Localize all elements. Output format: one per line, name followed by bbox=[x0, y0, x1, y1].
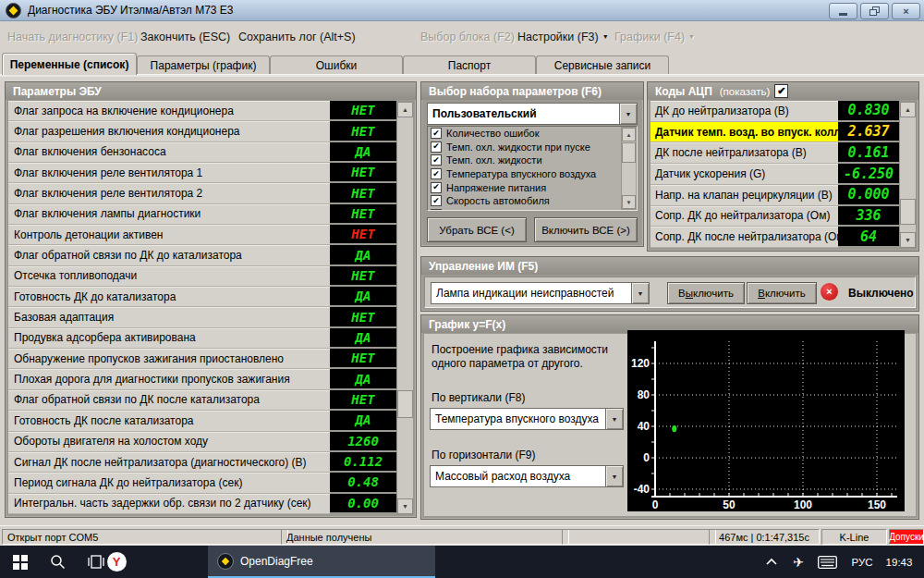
table-row[interactable]: Контроль детонации активенНЕТ bbox=[8, 225, 396, 245]
table-row[interactable]: Период сигнала ДК до нейтрализатора (сек… bbox=[8, 473, 396, 493]
list-item[interactable]: ✔Темп. охл. жидкости bbox=[428, 154, 637, 167]
actuator-dropdown[interactable]: Лампа индикации неисправностей ▼ bbox=[431, 282, 650, 304]
scrollbar-thumb[interactable] bbox=[397, 390, 413, 418]
table-row[interactable]: Сопр. ДК после нейтрализатора (Ом)64 bbox=[650, 227, 899, 248]
horizontal-param-dropdown[interactable]: Массовый расход воздуха ▼ bbox=[430, 465, 624, 487]
table-row[interactable]: Сопр. ДК до нейтрализатора (Ом)336 bbox=[650, 206, 899, 228]
scrollbar[interactable]: ▲ ▼ bbox=[396, 101, 414, 515]
table-row[interactable]: Готовность ДК после катализатораДА bbox=[8, 411, 396, 431]
svg-text:0: 0 bbox=[652, 498, 659, 511]
table-row[interactable]: ДК до нейтрализатора (В)0.830 bbox=[650, 101, 899, 122]
scrollbar[interactable]: ▲ ▼ bbox=[899, 101, 917, 249]
restore-button[interactable] bbox=[860, 3, 889, 19]
table-row[interactable]: Флаг включения реле вентилятора 2НЕТ bbox=[8, 183, 396, 203]
turn-on-button[interactable]: Включить bbox=[747, 282, 817, 304]
minimize-button[interactable] bbox=[829, 3, 857, 19]
menu-start-diagnostics[interactable]: Начать диагностику (F1) bbox=[7, 31, 138, 43]
checkbox-checked-icon[interactable]: ✔ bbox=[431, 209, 442, 211]
scroll-down-button[interactable]: ▼ bbox=[900, 232, 916, 248]
tab-variables-list[interactable]: Переменные (список) bbox=[2, 53, 137, 75]
language-indicator[interactable]: РУС bbox=[845, 546, 880, 578]
table-row[interactable]: Плохая дорога для диагностики пропусков … bbox=[8, 369, 396, 389]
yandex-icon: Y bbox=[107, 552, 127, 572]
scroll-up-button[interactable]: ▲ bbox=[397, 102, 413, 117]
table-row[interactable]: Интегральн. часть задержки обр. связи по… bbox=[8, 494, 396, 514]
table-row[interactable]: Флаг обратной связи по ДК до катализатор… bbox=[8, 245, 396, 265]
chevron-down-icon[interactable]: ▼ bbox=[631, 283, 649, 303]
table-row[interactable]: Базовая адаптацияНЕТ bbox=[8, 307, 396, 327]
table-row[interactable]: Флаг включения бензонасосаДА bbox=[8, 142, 396, 163]
adc-list: ДК до нейтрализатора (В)0.830 Датчик тем… bbox=[650, 101, 899, 248]
param-value-display: ДА bbox=[330, 369, 396, 387]
table-row[interactable]: Обороты двигателя на холостом ходу1260 bbox=[8, 432, 396, 452]
table-row[interactable]: Напр. на клапан рециркуляции (В)0.000 bbox=[650, 185, 899, 206]
remove-all-button[interactable]: Убрать ВСЕ (<) bbox=[427, 217, 527, 242]
table-row[interactable]: Датчик ускорения (G)-6.250 bbox=[650, 164, 899, 185]
clock[interactable]: 19:43 bbox=[878, 546, 920, 578]
search-button[interactable] bbox=[39, 546, 76, 578]
chevron-up-icon bbox=[765, 557, 778, 567]
scroll-down-button[interactable]: ▼ bbox=[397, 498, 413, 514]
touch-keyboard-button[interactable] bbox=[811, 546, 843, 578]
scroll-down-button[interactable]: ▼ bbox=[622, 195, 636, 209]
tray-expand-button[interactable] bbox=[758, 546, 785, 578]
tab-passport[interactable]: Паспорт bbox=[403, 55, 536, 74]
table-row[interactable]: ДК после нейтрализатора (В)0.161 bbox=[650, 142, 899, 164]
checkbox-checked-icon[interactable]: ✔ bbox=[431, 168, 442, 179]
checkbox-checked-icon[interactable]: ✔ bbox=[431, 154, 442, 166]
menu-settings[interactable]: Настройки (F3)▼ bbox=[517, 31, 609, 43]
show-checkbox-checked-icon[interactable]: ✔ bbox=[774, 84, 788, 98]
tab-parameters-graph[interactable]: Параметры (график) bbox=[137, 55, 270, 74]
list-item[interactable]: ✔Напряжение питания bbox=[428, 180, 637, 194]
checkbox-checked-icon[interactable]: ✔ bbox=[431, 195, 442, 206]
scrollbar-thumb[interactable] bbox=[900, 199, 916, 225]
table-row[interactable]: Обнаружение пропусков зажигания приостан… bbox=[8, 349, 396, 369]
close-icon: × bbox=[903, 6, 908, 17]
checkbox-checked-icon[interactable]: ✔ bbox=[431, 141, 442, 153]
table-row[interactable]: Флаг включения реле вентилятора 1НЕТ bbox=[8, 163, 396, 183]
table-row[interactable]: Сигнал ДК после нейтрализатора (диагност… bbox=[8, 452, 396, 473]
airplane-mode-button[interactable]: ✈ bbox=[785, 546, 811, 578]
checkbox-checked-icon[interactable]: ✔ bbox=[431, 182, 442, 193]
menu-finish[interactable]: Закончить (ESC) bbox=[140, 31, 230, 43]
chevron-down-icon[interactable]: ▼ bbox=[605, 409, 623, 429]
table-row[interactable]: Готовность ДК до катализатораДА bbox=[8, 287, 396, 307]
table-row[interactable]: Флаг обратной связи по ДК после катализа… bbox=[8, 390, 396, 411]
turn-off-button[interactable]: Выключить bbox=[667, 282, 745, 304]
checkbox-checked-icon[interactable]: ✔ bbox=[431, 128, 442, 139]
list-item[interactable]: ✔Температура впускного воздуха bbox=[428, 167, 637, 181]
minimize-icon bbox=[839, 13, 847, 16]
menu-graphs[interactable]: Графики (F4)▼ bbox=[614, 31, 695, 43]
table-row[interactable]: Флаг включения лампы диагностикиНЕТ bbox=[8, 204, 396, 225]
menu-select-block[interactable]: Выбор блока (F2) bbox=[420, 31, 515, 43]
tab-service-records[interactable]: Сервисные записи bbox=[536, 55, 669, 74]
table-row[interactable]: Флаг запроса на включение кондиционераНЕ… bbox=[8, 101, 396, 121]
tab-errors[interactable]: Ошибки bbox=[270, 55, 403, 74]
scrollbar-thumb[interactable] bbox=[622, 142, 636, 163]
start-button[interactable] bbox=[2, 546, 39, 578]
table-row[interactable]: Отсечка топливоподачиНЕТ bbox=[8, 266, 396, 287]
panel-title: Управление ИМ (F5) bbox=[421, 257, 918, 275]
close-button[interactable]: × bbox=[892, 3, 920, 19]
vertical-param-dropdown[interactable]: Температура впускного воздуха ▼ bbox=[430, 408, 624, 430]
scroll-up-button[interactable]: ▲ bbox=[622, 128, 636, 141]
list-item[interactable]: ✔Количество ошибок bbox=[428, 127, 637, 141]
list-item[interactable]: ✔Темп. охл. жидкости при пуске bbox=[428, 141, 637, 154]
status-data: Данные получены bbox=[281, 529, 569, 545]
chevron-down-icon[interactable]: ▼ bbox=[605, 466, 623, 486]
param-value-display: НЕТ bbox=[330, 121, 396, 140]
table-row[interactable]: Флаг разрешения включения кондиционераНЕ… bbox=[8, 121, 396, 141]
taskbar-app-opendiagfree[interactable]: OpenDiagFree bbox=[208, 546, 435, 578]
chevron-down-icon[interactable]: ▼ bbox=[619, 104, 637, 124]
scroll-up-button[interactable]: ▲ bbox=[900, 102, 916, 117]
add-all-button[interactable]: Включить ВСЕ (>) bbox=[534, 217, 638, 242]
preset-dropdown[interactable]: Пользовательский ▼ bbox=[427, 103, 638, 125]
list-item[interactable]: ✔Скорость автомобиля bbox=[428, 194, 637, 208]
table-row-selected[interactable]: Датчик темп. возд. во впуск. колл. (В)2.… bbox=[650, 122, 899, 143]
yandex-browser-button[interactable]: Y bbox=[98, 546, 135, 578]
menu-save-log[interactable]: Сохранить лог (Alt+S) bbox=[238, 31, 356, 43]
param-value-display: ДА bbox=[330, 142, 396, 161]
table-row[interactable]: Продувка адсорбера активированаДА bbox=[8, 328, 396, 349]
scrollbar[interactable]: ▲ ▼ bbox=[621, 127, 637, 210]
list-item[interactable]: ✔Угол открытия дроссельной засл. bbox=[428, 208, 637, 211]
